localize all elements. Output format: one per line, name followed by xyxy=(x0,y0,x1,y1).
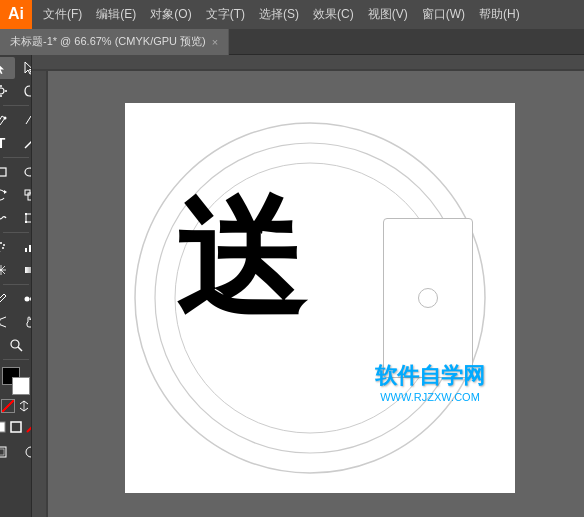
svg-point-22 xyxy=(0,242,2,244)
title-bar: Ai 文件(F) 编辑(E) 对象(O) 文字(T) 选择(S) 效果(C) 视… xyxy=(0,0,584,29)
menu-effect[interactable]: 效果(C) xyxy=(306,0,361,29)
watermark: 软件自学网 WWW.RJZXW.COM xyxy=(375,361,485,403)
scissors-tool-row xyxy=(0,311,32,333)
menu-type[interactable]: 文字(T) xyxy=(199,0,252,29)
artboard: 送 软件自学网 WWW.RJZXW.COM xyxy=(125,103,515,493)
svg-rect-29 xyxy=(25,267,32,273)
type-tool[interactable]: T xyxy=(0,132,15,154)
svg-rect-19 xyxy=(25,221,27,223)
zoom-tool-row xyxy=(2,334,30,356)
scissors-tool[interactable] xyxy=(0,311,15,333)
chinese-character: 送 xyxy=(175,193,305,323)
selection-tool[interactable] xyxy=(0,57,15,79)
magic-wand-tool[interactable] xyxy=(0,80,15,102)
menu-file[interactable]: 文件(F) xyxy=(36,0,89,29)
canvas-content: 送 软件自学网 WWW.RJZXW.COM xyxy=(86,79,546,509)
pen-tool-row: + xyxy=(0,109,32,131)
hand-tool[interactable] xyxy=(16,311,32,333)
warp-tool-row xyxy=(0,207,32,229)
svg-point-31 xyxy=(25,297,30,302)
main-area: + T xyxy=(0,55,584,517)
symbol-spray-tool[interactable] xyxy=(0,236,15,258)
gradient-mode-btn[interactable] xyxy=(25,416,33,438)
svg-line-37 xyxy=(0,325,6,328)
tab-label: 未标题-1* @ 66.67% (CMYK/GPU 预览) xyxy=(10,34,206,49)
warp-tool[interactable] xyxy=(0,207,15,229)
svg-point-12 xyxy=(25,168,32,176)
svg-point-8 xyxy=(4,117,7,120)
left-toolbar: + T xyxy=(0,55,32,517)
menu-view[interactable]: 视图(V) xyxy=(361,0,415,29)
menu-window[interactable]: 窗口(W) xyxy=(415,0,472,29)
tab-bar: 未标题-1* @ 66.67% (CMYK/GPU 预览) × xyxy=(0,29,584,55)
free-transform-tool[interactable] xyxy=(16,207,32,229)
watermark-url: WWW.RJZXW.COM xyxy=(375,391,485,403)
svg-marker-1 xyxy=(25,62,32,74)
menu-object[interactable]: 对象(O) xyxy=(143,0,198,29)
transform-tool-row xyxy=(0,184,32,206)
pen-tool[interactable] xyxy=(0,109,15,131)
lasso-tool[interactable] xyxy=(16,80,32,102)
menu-help[interactable]: 帮助(H) xyxy=(472,0,527,29)
svg-rect-42 xyxy=(11,422,21,432)
canvas-area: 送 软件自学网 WWW.RJZXW.COM xyxy=(32,55,584,517)
eyedrop-tool-row xyxy=(0,288,32,310)
shape-tool-row xyxy=(0,161,32,183)
color-swatch-area xyxy=(1,367,31,413)
blend-tool[interactable] xyxy=(16,288,32,310)
type-tool-row: T xyxy=(0,132,32,154)
svg-rect-17 xyxy=(25,213,27,215)
fill-mode-btn[interactable] xyxy=(0,416,7,438)
menu-bar: 文件(F) 编辑(E) 对象(O) 文字(T) 选择(S) 效果(C) 视图(V… xyxy=(32,0,584,29)
background-swatch[interactable] xyxy=(12,377,30,395)
svg-rect-47 xyxy=(32,55,584,71)
lasso-tool-row xyxy=(0,80,32,102)
svg-marker-0 xyxy=(0,62,4,74)
ruler-left xyxy=(32,71,48,517)
zoom-tool[interactable] xyxy=(2,334,30,356)
eyedropper-tool[interactable] xyxy=(0,288,15,310)
mesh-tool[interactable] xyxy=(0,259,15,281)
swatch-stack[interactable] xyxy=(2,367,30,395)
svg-line-10 xyxy=(25,138,32,148)
svg-rect-49 xyxy=(32,71,48,517)
fill-mode-row xyxy=(0,416,32,438)
svg-point-6 xyxy=(0,88,4,94)
menu-edit[interactable]: 编辑(E) xyxy=(89,0,143,29)
selection-tool-row xyxy=(0,57,32,79)
svg-point-38 xyxy=(11,340,19,348)
svg-line-36 xyxy=(0,317,6,320)
add-anchor-tool[interactable]: + xyxy=(16,109,32,131)
svg-point-25 xyxy=(2,247,4,249)
normal-screen-btn[interactable] xyxy=(0,441,15,463)
active-tab[interactable]: 未标题-1* @ 66.67% (CMYK/GPU 预览) × xyxy=(0,29,229,55)
ellipse-tool[interactable] xyxy=(16,161,32,183)
watermark-text: 软件自学网 xyxy=(375,361,485,391)
svg-marker-13 xyxy=(4,190,7,194)
direct-selection-tool[interactable] xyxy=(16,57,32,79)
svg-rect-45 xyxy=(0,449,4,455)
line-tool[interactable] xyxy=(16,132,32,154)
svg-point-23 xyxy=(3,244,5,246)
svg-rect-26 xyxy=(25,248,27,252)
menu-select[interactable]: 选择(S) xyxy=(252,0,306,29)
ruler-top xyxy=(32,55,584,71)
tag-hole xyxy=(418,288,438,308)
rotate-tool[interactable] xyxy=(0,184,15,206)
rectangle-tool[interactable] xyxy=(0,161,15,183)
graph-tool[interactable] xyxy=(16,236,32,258)
stroke-mode-btn[interactable] xyxy=(9,416,23,438)
gradient-tool[interactable] xyxy=(16,259,32,281)
swap-icon[interactable] xyxy=(17,399,31,413)
symbol-tool-row xyxy=(0,236,32,258)
scale-tool[interactable] xyxy=(16,184,32,206)
svg-rect-41 xyxy=(0,422,5,432)
ai-logo: Ai xyxy=(0,0,32,29)
svg-rect-11 xyxy=(0,168,6,176)
tag-shape xyxy=(383,218,473,378)
svg-line-39 xyxy=(18,347,22,351)
none-icon[interactable] xyxy=(1,399,15,413)
fullscreen-btn[interactable] xyxy=(17,441,33,463)
svg-rect-27 xyxy=(29,245,31,252)
tab-close[interactable]: × xyxy=(212,36,218,48)
